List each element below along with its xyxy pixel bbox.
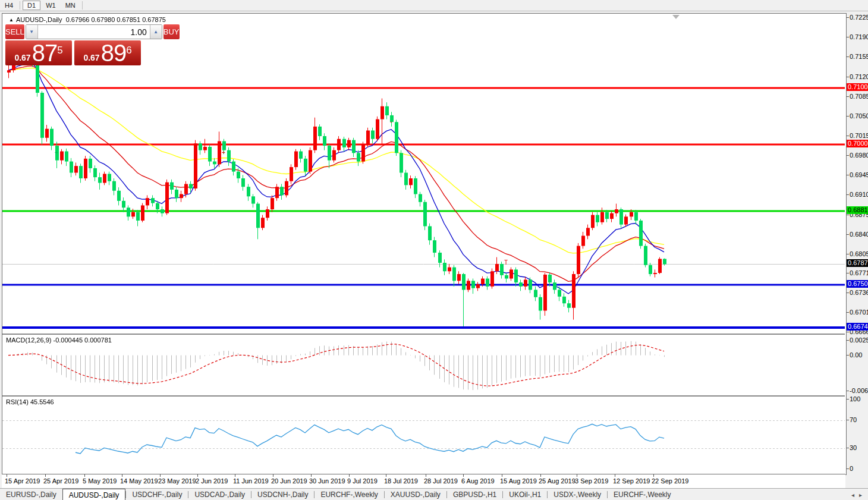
rsi-panel: RSI(14) 45.5546	[2, 397, 845, 473]
date-axis-label: 18 Jul 2019	[384, 477, 418, 485]
date-axis-label: 14 May 2019	[120, 477, 158, 485]
chart-tab-usdchf-daily[interactable]: USDCHF-,Daily	[126, 489, 188, 500]
rsi-canvas[interactable]	[2, 397, 845, 473]
date-axis-label: 23 May 2019	[158, 477, 196, 485]
rsi-label: RSI(14) 45.5546	[6, 398, 54, 405]
buy-price-sup: 6	[126, 42, 131, 59]
rsi-axis-tick: 0	[847, 465, 853, 472]
volume-box: ▼ ▲	[26, 24, 162, 39]
macd-canvas[interactable]	[2, 335, 845, 395]
one-click-trading-panel: SELL ▼ ▲ BUY 0.67 87 5 0.67	[5, 24, 141, 65]
tabs-scroll-left-icon[interactable]: ◂	[849, 492, 857, 498]
macd-axis-tick: 0.002574	[847, 337, 868, 344]
date-axis-label: 6 Aug 2019	[461, 477, 495, 485]
date-axis-label: 15 Apr 2019	[5, 477, 40, 485]
price-axis-tick: 0.69800	[847, 152, 868, 159]
price-axis-tick: 0.68050	[847, 250, 868, 257]
hline-price-badge: 0.67508	[847, 280, 868, 288]
date-axis-tick	[84, 474, 85, 477]
date-axis-tick	[160, 474, 161, 477]
price-axis-tick: 0.70850	[847, 93, 868, 100]
date-axis-label: 3 Sep 2019	[575, 477, 608, 485]
price-axis-tick: 0.71900	[847, 33, 868, 40]
timeframe-button-mn[interactable]: MN	[61, 1, 80, 10]
price-axis-tick: 0.72250	[847, 14, 868, 21]
tabs-scroll-right-icon[interactable]: ▸	[857, 492, 864, 498]
price-axis-tick: 0.68400	[847, 231, 868, 238]
date-axis-label: 11 Jun 2019	[233, 477, 269, 485]
toolbar-separator	[20, 1, 20, 10]
volume-decrease-icon[interactable]: ▼	[26, 25, 38, 39]
date-axis-tick	[653, 474, 654, 477]
collapse-icon[interactable]: ▲	[9, 17, 14, 23]
chart-tab-gbpusd-h1[interactable]: GBPUSD-,H1	[447, 489, 502, 500]
chart-window: ▲AUDUSD-,Daily 0.67966 0.67980 0.67851 0…	[2, 13, 847, 475]
chart-tab-ukoil-h1[interactable]: UKOil-,H1	[503, 489, 547, 500]
sell-price-sup: 5	[57, 42, 62, 59]
date-axis-tick	[235, 474, 235, 477]
price-panel: ▲AUDUSD-,Daily 0.67966 0.67980 0.67851 0…	[2, 14, 845, 335]
date-axis-tick	[311, 474, 312, 477]
chart-symbol-label: AUDUSD-,Daily	[16, 16, 62, 23]
date-axis-tick	[463, 474, 464, 477]
date-axis-tick	[45, 474, 46, 477]
chart-tab-usdcad-daily[interactable]: USDCAD-,Daily	[188, 489, 251, 500]
date-axis-label: 15 Aug 2019	[500, 477, 537, 485]
date-axis-label: 9 Jul 2019	[347, 477, 378, 485]
date-axis[interactable]: 15 Apr 201925 Apr 20195 May 201914 May 2…	[2, 474, 845, 489]
chart-tab-eurchf-weekly[interactable]: EURCHF-,Weekly	[315, 489, 383, 500]
buy-price-display[interactable]: 0.67 89 6	[74, 40, 141, 65]
chart-tab-bar: EURUSD-,DailyAUDUSD-,DailyUSDCHF-,DailyU…	[0, 488, 868, 500]
rsi-axis-tick: 30	[847, 444, 857, 451]
date-axis-tick	[386, 474, 386, 477]
price-axis-tick: 0.67710	[847, 269, 868, 276]
price-axis-tick: 0.71550	[847, 53, 868, 60]
chart-tab-audusd-daily[interactable]: AUDUSD-,Daily	[62, 489, 126, 500]
date-axis-tick	[577, 474, 577, 477]
chart-title: ▲AUDUSD-,Daily 0.67966 0.67980 0.67851 0…	[9, 16, 166, 23]
timeframe-toolbar: H4D1W1MN	[0, 0, 868, 11]
sell-price-display[interactable]: 0.67 87 5	[5, 40, 72, 65]
date-axis-label: 22 Sep 2019	[652, 477, 688, 485]
chart-tab-xauusd-daily[interactable]: XAUUSD-,Daily	[385, 489, 446, 500]
date-axis-tick	[502, 474, 502, 477]
chart-shift-marker-icon[interactable]	[672, 15, 680, 19]
date-axis-tick	[615, 474, 615, 477]
chart-tab-usdx-weekly[interactable]: USDX-,Weekly	[548, 489, 607, 500]
buy-button[interactable]: BUY	[163, 24, 180, 39]
date-axis-tick	[426, 474, 426, 477]
volume-increase-icon[interactable]: ▲	[150, 25, 162, 39]
date-axis-tick	[273, 474, 273, 477]
date-axis-label: 20 Jun 2019	[271, 477, 307, 485]
date-axis-label: 25 Apr 2019	[43, 477, 78, 485]
price-axis-tick: 0.69450	[847, 171, 868, 178]
chart-tab-eurchf-weekly[interactable]: EURCHF-,Weekly	[608, 489, 677, 500]
price-axis-tick: 0.70500	[847, 112, 868, 120]
price-axis-tick: 0.70150	[847, 132, 868, 139]
date-axis-tick	[349, 474, 350, 477]
timeframe-button-d1[interactable]: D1	[23, 1, 40, 10]
date-axis-label: 12 Sep 2019	[613, 477, 650, 485]
rsi-axis-tick: 70	[847, 416, 857, 423]
chart-tab-usdcnh-daily[interactable]: USDCNH-,Daily	[251, 489, 314, 500]
sell-price-big: 87	[32, 42, 58, 64]
volume-input[interactable]	[38, 25, 150, 39]
sell-button[interactable]: SELL	[5, 24, 24, 39]
sell-price-prefix: 0.67	[14, 52, 30, 64]
macd-panel: MACD(12,26,9) -0.000445 0.000781	[2, 335, 845, 397]
rsi-axis-tick: 100	[847, 395, 860, 402]
price-axis-tick: 0.67360	[847, 289, 868, 296]
date-axis-label: 25 Aug 2019	[539, 477, 575, 485]
chart-tab-eurusd-daily[interactable]: EURUSD-,Daily	[0, 489, 62, 500]
macd-axis-tick: 0.00	[847, 351, 862, 359]
price-axis[interactable]: 0.722500.719000.715500.712000.708500.705…	[847, 13, 868, 474]
hline-price-badge: 0.68819	[847, 206, 868, 214]
trading-terminal-window: H4D1W1MN ▲AUDUSD-,Daily 0.67966 0.67980 …	[0, 0, 868, 500]
current-price-badge: 0.67875	[847, 259, 868, 267]
hline-price-badge: 0.71005	[847, 83, 868, 91]
date-axis-label: 30 Jun 2019	[309, 477, 345, 485]
hline-price-badge: 0.66746	[847, 323, 868, 331]
toolbar-separator	[82, 1, 83, 10]
timeframe-button-w1[interactable]: W1	[42, 1, 60, 10]
timeframe-button-h4[interactable]: H4	[1, 1, 17, 10]
